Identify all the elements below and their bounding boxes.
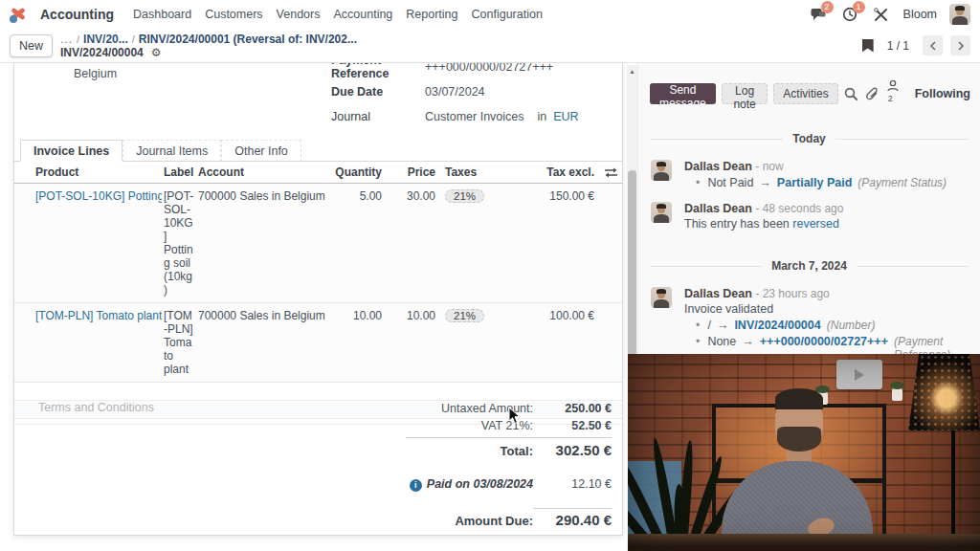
- paid-on-label[interactable]: iPaid on 03/08/2024: [410, 477, 533, 492]
- tab-journal-items[interactable]: Journal Items: [122, 140, 221, 162]
- message-author[interactable]: Dallas Dean: [684, 287, 752, 300]
- messages-icon[interactable]: 2: [809, 5, 828, 24]
- nav-item-customers[interactable]: Customers: [205, 8, 262, 21]
- nav-item-dashboard[interactable]: Dashboard: [133, 8, 191, 21]
- tracking-new-value-link[interactable]: Partially Paid: [777, 176, 853, 189]
- terms-placeholder[interactable]: Terms and Conditions: [38, 401, 154, 414]
- breadcrumb-collapsed[interactable]: ...: [60, 33, 73, 46]
- company-name[interactable]: Bloom: [903, 8, 937, 21]
- line-price[interactable]: 30.00: [384, 184, 437, 302]
- empty-line[interactable]: [14, 383, 622, 401]
- line-taxes[interactable]: 21%: [437, 303, 514, 382]
- col-header-label[interactable]: Label: [162, 162, 196, 183]
- amount-due-label: Amount Due:: [455, 514, 533, 528]
- due-date-value[interactable]: 03/07/2024: [425, 85, 485, 99]
- currency-link[interactable]: EUR: [553, 110, 578, 123]
- message-author[interactable]: Dallas Dean: [684, 202, 752, 215]
- followers-icon[interactable]: 2: [887, 77, 899, 111]
- tools-icon[interactable]: [872, 5, 891, 24]
- nav-item-configuration[interactable]: Configuration: [472, 8, 543, 21]
- message-author[interactable]: Dallas Dean: [684, 160, 752, 173]
- line-quantity[interactable]: 10.00: [326, 303, 384, 382]
- nav-item-accounting[interactable]: Accounting: [333, 8, 392, 21]
- total-label: Total:: [501, 444, 533, 458]
- table-row[interactable]: [TOM-PLN] Tomato plant [TOM-PLN] Tomato …: [14, 303, 622, 383]
- journal-value[interactable]: Customer Invoices: [425, 110, 524, 123]
- table-header-row: Product Label Account Quantity Price Tax…: [14, 162, 622, 184]
- chatter-message[interactable]: Dallas Dean - now Not Paid → Partially P…: [638, 151, 980, 193]
- app-title[interactable]: Accounting: [40, 7, 114, 22]
- vignette: [628, 354, 980, 551]
- pager-previous-button[interactable]: [923, 35, 943, 55]
- new-button[interactable]: New: [10, 34, 53, 57]
- log-note-button[interactable]: Log note: [722, 83, 768, 104]
- tracking-new-value-link[interactable]: +++000/0000/02727+++: [760, 335, 888, 348]
- line-tax-excl: 100.00 €: [514, 303, 596, 382]
- odoo-accounting-app-icon[interactable]: [10, 6, 27, 23]
- vat-value: 52.50 €: [533, 419, 612, 432]
- payment-reference-value[interactable]: +++000/0000/02727+++: [425, 63, 553, 74]
- table-row[interactable]: [POT-SOL-10KG] Potting soil (1 [POT-SOL-…: [14, 184, 622, 303]
- payment-reference-label: Payment Reference: [331, 63, 425, 80]
- pager-counter: 1 / 1: [887, 39, 909, 53]
- line-account[interactable]: 700000 Sales in Belgium (T…: [196, 303, 326, 382]
- tab-other-info[interactable]: Other Info: [221, 140, 301, 162]
- partner-address-country: Belgium: [74, 67, 117, 80]
- nav-item-reporting[interactable]: Reporting: [406, 8, 457, 21]
- amount-due-value: 290.40 €: [533, 508, 612, 528]
- line-price[interactable]: 10.00: [384, 303, 437, 382]
- col-header-tax-excl[interactable]: Tax excl.: [514, 162, 596, 183]
- arrow-right-icon: →: [742, 335, 754, 348]
- tax-badge: 21%: [445, 189, 484, 203]
- line-label[interactable]: [POT-SOL-10KG] Potting soil (10kg): [162, 184, 196, 302]
- line-tax-excl: 150.00 €: [514, 184, 596, 302]
- reversed-entry-link[interactable]: reversed: [792, 217, 839, 231]
- arrow-right-icon: →: [759, 176, 771, 189]
- activities-clock-icon[interactable]: 1: [840, 5, 859, 24]
- optional-columns-icon[interactable]: [596, 162, 619, 183]
- scrollbar-up-arrow[interactable]: ▲: [628, 68, 636, 75]
- payment-info-icon[interactable]: i: [410, 479, 422, 492]
- col-header-price[interactable]: Price: [384, 162, 437, 183]
- line-product-link[interactable]: [TOM-PLN] Tomato plant: [33, 303, 162, 382]
- send-message-button[interactable]: Send message: [650, 83, 716, 104]
- col-header-account[interactable]: Account: [196, 162, 326, 183]
- scrollbar-thumb[interactable]: [628, 170, 636, 356]
- tracking-new-value-link[interactable]: INV/2024/00004: [734, 319, 820, 332]
- message-avatar: [651, 287, 672, 308]
- user-avatar[interactable]: [949, 4, 970, 25]
- activities-button[interactable]: Activities: [773, 83, 837, 104]
- line-quantity[interactable]: 5.00: [326, 184, 384, 302]
- breadcrumb-current: RINV/2024/00001 (Reversal of: INV/202...: [139, 33, 357, 46]
- line-product-link[interactable]: [POT-SOL-10KG] Potting soil (1: [33, 184, 162, 302]
- control-panel: New ... INV/20... RINV/2024/00001 (Rever…: [0, 29, 980, 63]
- attachment-paperclip-icon[interactable]: [866, 87, 879, 100]
- gear-icon[interactable]: ⚙: [151, 46, 162, 59]
- col-header-quantity[interactable]: Quantity: [326, 162, 384, 183]
- line-label[interactable]: [TOM-PLN] Tomato plant: [162, 303, 196, 382]
- payment-reference-row: Payment Reference +++000/0000/02727+++: [331, 63, 611, 79]
- invoice-lines-table: Product Label Account Quantity Price Tax…: [14, 162, 622, 425]
- breadcrumb-parent-link[interactable]: INV/20...: [83, 33, 128, 46]
- bookmark-icon[interactable]: [862, 39, 874, 53]
- tab-invoice-lines[interactable]: Invoice Lines: [20, 140, 122, 162]
- odoo-accounting-page: Accounting Dashboard Customers Vendors A…: [0, 0, 980, 551]
- journal-row: Journal Customer Invoices in EUR: [331, 104, 611, 129]
- invoice-form-sheet: Belgium Payment Reference +++000/0000/02…: [13, 63, 623, 536]
- col-header-taxes[interactable]: Taxes: [437, 162, 514, 183]
- line-taxes[interactable]: 21%: [437, 184, 514, 302]
- date-divider-today: Today: [650, 132, 969, 145]
- messages-badge: 2: [821, 1, 834, 13]
- pager-next-button[interactable]: [950, 35, 970, 55]
- nav-item-vendors[interactable]: Vendors: [277, 8, 321, 21]
- total-value: 302.50 €: [533, 442, 612, 458]
- message-time: - 48 seconds ago: [755, 202, 843, 215]
- following-button[interactable]: Following: [915, 87, 970, 100]
- line-account[interactable]: 700000 Sales in Belgium (T…: [196, 184, 326, 302]
- vat-label: VAT 21%:: [481, 419, 533, 432]
- message-time: - 23 hours ago: [755, 287, 829, 300]
- chatter-message[interactable]: Dallas Dean - 48 seconds ago This entry …: [638, 193, 980, 234]
- col-header-product[interactable]: Product: [33, 162, 162, 183]
- breadcrumb: ... INV/20... RINV/2024/00001 (Reversal …: [60, 33, 357, 59]
- search-icon[interactable]: [844, 87, 858, 100]
